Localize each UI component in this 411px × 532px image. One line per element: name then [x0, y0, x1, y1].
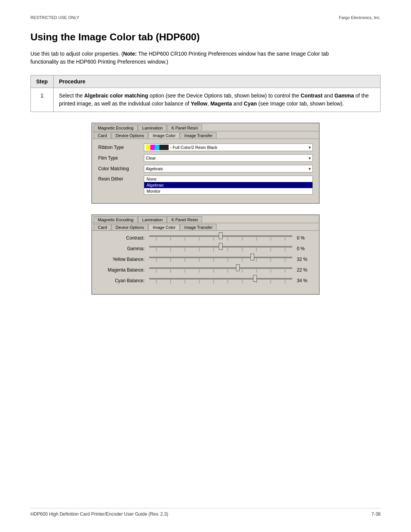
tab-magnetic-encoding-1[interactable]: Magnetic Encoding: [94, 125, 138, 131]
tab-card-2[interactable]: Card: [94, 224, 111, 230]
dropdown-item-algebraic[interactable]: Algebraic: [144, 182, 312, 188]
resin-dither-row: Resin Dither None Algebraic Monitor: [98, 176, 313, 195]
cyan-balance-track[interactable]: [149, 278, 292, 280]
tick: |: [278, 269, 292, 273]
tab-device-options-1[interactable]: Device Options: [112, 132, 148, 139]
yellow-balance-track[interactable]: [149, 257, 292, 258]
gamma-slider-row: Gamma: | | | | | | | | |: [98, 246, 313, 251]
magenta-balance-label: Magenta Balance:: [98, 267, 148, 273]
tick: |: [164, 237, 178, 241]
tab-image-color-2[interactable]: Image Color: [148, 224, 180, 230]
resin-dither-label: Resin Dither: [98, 176, 144, 182]
tab-card-1[interactable]: Card: [94, 132, 111, 139]
dialog1-body: Ribbon Type - Full Color/2 Resin Black ▼…: [92, 139, 319, 203]
dialog1: Magnetic Encoding Lamination K Panel Res…: [91, 123, 320, 204]
resin-dither-dropdown[interactable]: None Algebraic Monitor: [144, 176, 313, 195]
tick: |: [149, 269, 164, 273]
dropdown-item-none[interactable]: None: [144, 176, 312, 182]
tick: |: [149, 248, 164, 251]
dialog2-upper-tabs: Magnetic Encoding Lamination K Panel Res…: [92, 215, 319, 223]
gamma-thumb[interactable]: [219, 243, 223, 250]
ribbon-cyan: [155, 145, 159, 150]
contrast-label: Contrast:: [98, 235, 148, 241]
header-right: Fargo Electronics, Inc.: [339, 15, 381, 20]
ribbon-type-label: Ribbon Type: [98, 145, 144, 150]
note-label: Note:: [123, 51, 137, 57]
dialog2-body: Contrast: | | | | | | | | |: [92, 231, 319, 294]
yellow-balance-ticks: | | | | | | | | | |: [148, 258, 294, 262]
film-type-select[interactable]: Clear ▼: [144, 154, 313, 162]
magenta-balance-slider-row: Magenta Balance: | | | | | | | | |: [98, 267, 313, 273]
contrast-track[interactable]: [149, 235, 292, 237]
tick: |: [235, 280, 250, 283]
tick: |: [206, 258, 221, 262]
tab-image-color-1[interactable]: Image Color: [148, 132, 180, 139]
cyan-balance-track-wrapper: | | | | | | | | | |: [148, 278, 294, 283]
yellow-balance-slider-row: Yellow Balance: | | | | | | | | |: [98, 257, 313, 262]
contrast-value: 0 %: [294, 235, 313, 241]
tick: |: [178, 280, 192, 283]
dropdown-item-monitor[interactable]: Monitor: [144, 188, 312, 194]
tick: |: [278, 237, 292, 241]
tick: |: [221, 248, 235, 251]
tick: |: [178, 248, 192, 251]
tab-k-panel-resin-1[interactable]: K Panel Resin: [167, 125, 202, 131]
color-matching-select[interactable]: Algebraic ▼: [144, 165, 313, 173]
tick: |: [178, 269, 192, 273]
tick: |: [264, 248, 278, 251]
film-type-arrow: ▼: [308, 156, 312, 160]
tick: |: [235, 258, 250, 262]
intro-text: Use this tab to adjust color properties.…: [30, 50, 358, 66]
tab-k-panel-resin-2[interactable]: K Panel Resin: [167, 216, 202, 223]
tick: |: [249, 248, 264, 251]
yellow-balance-thumb[interactable]: [250, 254, 254, 260]
tick: |: [164, 248, 178, 251]
film-type-label: Film Type: [98, 155, 144, 161]
tick: |: [192, 269, 207, 273]
gamma-track[interactable]: [149, 246, 292, 248]
cyan-balance-thumb[interactable]: [253, 275, 257, 282]
ribbon-type-select[interactable]: - Full Color/2 Resin Black ▼: [144, 144, 313, 151]
col-step: Step: [31, 75, 54, 88]
tick: |: [249, 269, 264, 273]
procedure-table: Step Procedure 1 Select the Algebraic co…: [30, 75, 381, 112]
contrast-thumb[interactable]: [219, 232, 223, 239]
ribbon-magenta: [150, 145, 155, 150]
ribbon-type-arrow: ▼: [308, 145, 312, 150]
contrast-slider-row: Contrast: | | | | | | | | |: [98, 235, 313, 241]
tick: |: [178, 237, 192, 241]
tick: |: [278, 248, 292, 251]
tick: |: [178, 258, 192, 262]
tab-image-transfer-2[interactable]: Image Transfer: [180, 224, 217, 230]
tick: |: [206, 269, 221, 273]
tab-lamination-1[interactable]: Lamination: [138, 125, 167, 131]
cyan-balance-label: Cyan Balance:: [98, 278, 148, 283]
magenta-balance-track-wrapper: | | | | | | | | | |: [148, 267, 294, 273]
yellow-balance-value: 32 %: [294, 257, 313, 262]
tick: |: [235, 237, 250, 241]
tick: |: [278, 258, 292, 262]
tick: |: [164, 258, 178, 262]
col-procedure: Procedure: [54, 75, 381, 88]
magenta-balance-thumb[interactable]: [236, 264, 240, 271]
header-left: RESTRICTED USE ONLY: [30, 15, 79, 20]
tick: |: [221, 269, 235, 273]
tab-image-transfer-1[interactable]: Image Transfer: [180, 132, 217, 139]
tab-device-options-2[interactable]: Device Options: [112, 224, 148, 230]
cyan-balance-value: 34 %: [294, 278, 313, 283]
ribbon-black2: [164, 145, 169, 150]
tick: |: [192, 280, 207, 283]
tick: |: [278, 280, 292, 283]
cyan-balance-slider-row: Cyan Balance: | | | | | | | | |: [98, 278, 313, 283]
magenta-balance-track[interactable]: [149, 267, 292, 269]
gamma-value: 0 %: [294, 246, 313, 251]
step-number: 1: [31, 88, 54, 112]
header-bar: RESTRICTED USE ONLY Fargo Electronics, I…: [30, 15, 381, 20]
tick: |: [149, 237, 164, 241]
color-matching-label: Color Matching: [98, 166, 144, 171]
tab-lamination-2[interactable]: Lamination: [138, 216, 167, 223]
tab-magnetic-encoding-2[interactable]: Magnetic Encoding: [94, 216, 138, 223]
ribbon-yellow: [146, 145, 150, 150]
tick: |: [221, 280, 235, 283]
yellow-balance-track-wrapper: | | | | | | | | | |: [148, 257, 294, 262]
